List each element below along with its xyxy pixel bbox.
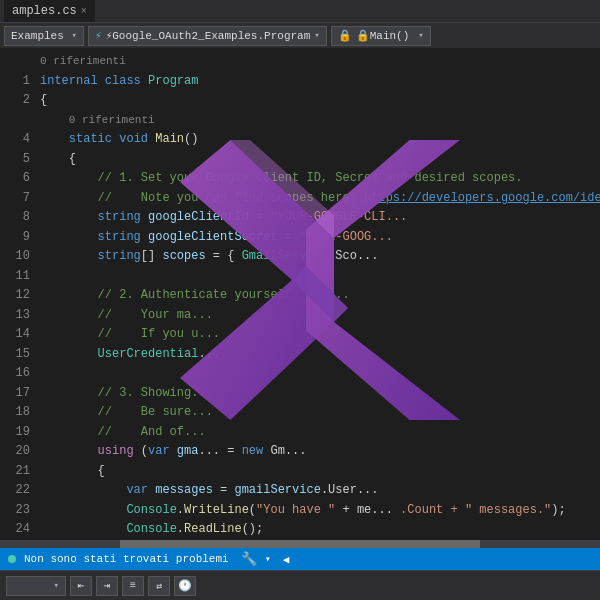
code-editor: 1 2 4 5 6 7 8 9 10 11 12 13 14 15 16 17 … bbox=[0, 48, 600, 540]
scrollbar-thumb[interactable] bbox=[120, 540, 480, 548]
ref-count-2: 0 riferimenti bbox=[40, 111, 600, 131]
code-container: 1 2 4 5 6 7 8 9 10 11 12 13 14 15 16 17 … bbox=[0, 48, 600, 540]
code-line-10: string[] scopes = { GmailService.Sco... bbox=[40, 247, 600, 267]
code-line-15: UserCredential... bbox=[40, 345, 600, 365]
clock-button[interactable]: 🕐 bbox=[174, 576, 196, 596]
code-line-16 bbox=[40, 364, 600, 384]
code-line-9: string googleClientSecret = "YOUR-GOOG..… bbox=[40, 228, 600, 248]
status-dot-icon bbox=[8, 555, 16, 563]
indent-all-button[interactable]: ≡ bbox=[122, 576, 144, 596]
status-bar: Non sono stati trovati problemi 🔧 ▾ ◀ bbox=[0, 548, 600, 570]
code-line-8: string googleClientId = "YOUR-GOOGLE-CLI… bbox=[40, 208, 600, 228]
code-line-19: // And of... bbox=[40, 423, 600, 443]
code-line-2: { bbox=[40, 91, 600, 111]
code-line-20: using (var gma... = new Gm... bbox=[40, 442, 600, 462]
code-line-17: // 3. Showing... bbox=[40, 384, 600, 404]
line-numbers: 1 2 4 5 6 7 8 9 10 11 12 13 14 15 16 17 … bbox=[0, 52, 40, 540]
code-line-7: // Note you can find scopes here: https:… bbox=[40, 189, 600, 209]
class-icon: ⚡ bbox=[95, 29, 102, 42]
chevron-down-icon4: ▾ bbox=[54, 580, 59, 591]
bottom-toolbar: ▾ ⇤ ⇥ ≡ ⇄ 🕐 bbox=[0, 570, 600, 600]
method-icon: 🔒 bbox=[338, 29, 352, 42]
code-lines[interactable]: 0 riferimenti internal class Program { 0… bbox=[40, 52, 600, 540]
horizontal-scrollbar[interactable] bbox=[0, 540, 600, 548]
chevron-down-icon2: ▾ bbox=[314, 30, 319, 41]
breadcrumb-method[interactable]: 🔒 🔒Main() ▾ bbox=[331, 26, 431, 46]
scroll-left-icon[interactable]: ◀ bbox=[283, 553, 290, 566]
title-bar: amples.cs × bbox=[0, 0, 600, 22]
chevron-down-icon3: ▾ bbox=[418, 30, 423, 41]
code-line-18: // Be sure... bbox=[40, 403, 600, 423]
breadcrumb-examples[interactable]: Examples ▾ bbox=[4, 26, 84, 46]
tab-label: amples.cs bbox=[12, 4, 77, 18]
code-line-11 bbox=[40, 267, 600, 287]
code-line-1: internal class Program bbox=[40, 72, 600, 92]
code-line-4: static void Main() bbox=[40, 130, 600, 150]
code-line-21: { bbox=[40, 462, 600, 482]
dropdown-arrow-icon[interactable]: ▾ bbox=[265, 553, 271, 565]
status-text: Non sono stati trovati problemi bbox=[24, 553, 229, 565]
code-line-6: // 1. Set your Google Client ID, Secret … bbox=[40, 169, 600, 189]
breadcrumb-method-label: 🔒Main() bbox=[356, 29, 410, 42]
outdent-button[interactable]: ⇤ bbox=[70, 576, 92, 596]
chevron-down-icon: ▾ bbox=[72, 30, 77, 41]
code-line-5: { bbox=[40, 150, 600, 170]
encoding-button[interactable]: ⇄ bbox=[148, 576, 170, 596]
ref-count-1: 0 riferimenti bbox=[40, 52, 600, 72]
code-line-13: // Your ma... bbox=[40, 306, 600, 326]
code-line-22: var messages = gmailService.User... bbox=[40, 481, 600, 501]
wrench-icon[interactable]: 🔧 bbox=[241, 551, 257, 567]
code-line-24: Console.ReadLine(); bbox=[40, 520, 600, 540]
file-tab[interactable]: amples.cs × bbox=[4, 0, 95, 22]
toolbar-dropdown[interactable]: ▾ bbox=[6, 576, 66, 596]
breadcrumb-class[interactable]: ⚡ ⚡Google_OAuth2_Examples.Program ▾ bbox=[88, 26, 327, 46]
tab-close-icon[interactable]: × bbox=[81, 6, 87, 17]
nav-bar: Examples ▾ ⚡ ⚡Google_OAuth2_Examples.Pro… bbox=[0, 22, 600, 48]
code-line-23: Console.WriteLine("You have " + me... .C… bbox=[40, 501, 600, 521]
indent-button[interactable]: ⇥ bbox=[96, 576, 118, 596]
breadcrumb-examples-label: Examples bbox=[11, 30, 64, 42]
code-line-12: // 2. Authenticate yourself. The... bbox=[40, 286, 600, 306]
breadcrumb-class-label: ⚡Google_OAuth2_Examples.Program bbox=[106, 29, 311, 42]
code-line-14: // If you u... bbox=[40, 325, 600, 345]
